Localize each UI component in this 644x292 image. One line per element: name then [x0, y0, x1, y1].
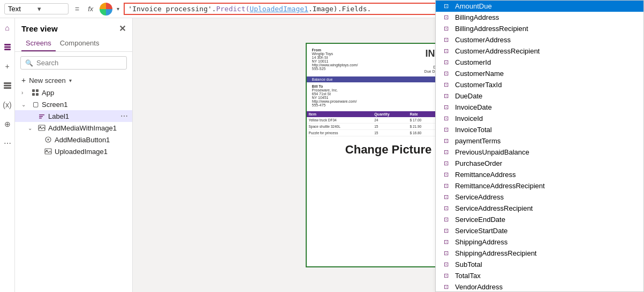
svg-rect-10 — [39, 114, 44, 116]
label1-label: Label1 — [48, 112, 118, 120]
more-icon[interactable]: ⋯ — [2, 138, 13, 149]
svg-rect-2 — [4, 49, 11, 50]
tree-item-label1[interactable]: Label1 ⋯ — [15, 110, 132, 122]
svg-rect-0 — [4, 44, 11, 45]
autocomplete-item-invoicetotal[interactable]: ⊡ InvoiceTotal — [436, 124, 643, 135]
autocomplete-item-shippingaddress[interactable]: ⊡ ShippingAddress — [436, 236, 643, 248]
ac-icon-invoiceid: ⊡ — [441, 115, 451, 122]
ac-label-subtotal: SubTotal — [455, 260, 482, 268]
ac-label-billingaddress: BillingAddress — [455, 18, 499, 21]
row1-rate: $ 17.00 — [408, 117, 437, 124]
uploadedimage-icon — [44, 147, 52, 156]
type-label: Text — [8, 5, 35, 13]
search-box: 🔍 — [20, 56, 127, 70]
home-icon[interactable]: ⌂ — [2, 22, 13, 33]
autocomplete-item-invoicedate[interactable]: ⊡ InvoiceDate — [436, 102, 643, 113]
ac-icon-remittanceaddressrecipient: ⊡ — [441, 182, 451, 189]
ac-icon-servicestartdate: ⊡ — [441, 227, 451, 234]
new-screen-chevron-icon: ▾ — [69, 78, 72, 83]
fx-button[interactable]: fx — [86, 5, 95, 13]
insert-icon[interactable]: + — [2, 61, 13, 72]
row3-rate: $ 16.80 — [408, 130, 437, 136]
ac-icon-vendoraddress: ⊡ — [441, 283, 451, 290]
balance-label: Balance due — [312, 78, 333, 81]
formula-param: UploadedImage1 — [249, 5, 308, 13]
ac-label-invoicedate: InvoiceDate — [455, 103, 492, 111]
tree-item-app[interactable]: › App — [15, 87, 132, 98]
tree-item-addmedia[interactable]: ⌄ AddMediaWithImage1 — [15, 122, 132, 134]
formula-prefix: 'Invoice processing'. — [128, 5, 216, 13]
variable-icon[interactable]: (x) — [2, 99, 13, 110]
tab-components[interactable]: Components — [56, 37, 104, 51]
autocomplete-item-serviceaddress[interactable]: ⊡ ServiceAddress — [436, 191, 643, 203]
autocomplete-item-customertaxid[interactable]: ⊡ CustomerTaxId — [436, 79, 643, 90]
type-selector[interactable]: Text ▾ — [4, 3, 69, 14]
search-input[interactable] — [36, 59, 126, 67]
autocomplete-item-purchaseorder[interactable]: ⊡ PurchaseOrder — [436, 158, 643, 169]
autocomplete-item-customeraddressrecipient[interactable]: ⊡ CustomerAddressRecipient — [436, 45, 643, 57]
ac-icon-remittanceaddress: ⊡ — [441, 171, 451, 178]
addmedia-icon — [37, 124, 46, 132]
ac-icon-shippingaddress: ⊡ — [441, 239, 451, 245]
ac-label-customeraddress: CustomerAddress — [455, 36, 511, 44]
label-icon — [37, 112, 46, 120]
svg-rect-9 — [36, 93, 39, 96]
autocomplete-item-duedate[interactable]: ⊡ DueDate — [436, 90, 643, 102]
search-nav-icon[interactable]: ⊕ — [2, 119, 13, 129]
autocomplete-item-vendoraddress[interactable]: ⊡ VendorAddress — [436, 281, 643, 292]
autocomplete-item-remittanceaddressrecipient[interactable]: ⊡ RemittanceAddressRecipient — [436, 180, 643, 191]
tree-items: › App ⌄ ▢ Screen1 — [15, 87, 132, 292]
ac-icon-serviceenddate: ⊡ — [441, 216, 451, 223]
autocomplete-item-totaltax[interactable]: ⊡ TotalTax — [436, 270, 643, 281]
expand-icon-app: › — [21, 90, 29, 96]
tree-item-uploadedimage[interactable]: UploadedImage1 — [15, 145, 132, 157]
new-screen-button[interactable]: + New screen ▾ — [15, 74, 132, 87]
layers-icon[interactable] — [2, 42, 13, 52]
ac-label-servicestartdate: ServiceStartDate — [455, 227, 507, 235]
autocomplete-item-serviceenddate[interactable]: ⊡ ServiceEndDate — [436, 214, 643, 225]
tree-item-screen1[interactable]: ⌄ ▢ Screen1 — [15, 98, 132, 110]
col-item: Item — [307, 111, 373, 117]
autocomplete-item-customerid[interactable]: ⊡ CustomerId — [436, 57, 643, 68]
tab-screens[interactable]: Screens — [21, 37, 56, 51]
svg-rect-6 — [32, 89, 35, 92]
autocomplete-item-shippingaddressrecipient[interactable]: ⊡ ShippingAddressRecipient — [436, 248, 643, 259]
icon-bar: ⌂ + (x) ⊕ ⋯ — [0, 18, 15, 292]
autocomplete-item-billingaddressrecipient[interactable]: ⊡ BillingAddressRecipient — [436, 23, 643, 34]
svg-rect-12 — [39, 118, 42, 119]
equals-symbol: = — [73, 5, 81, 13]
ac-label-shippingaddressrecipient: ShippingAddressRecipient — [455, 249, 536, 257]
tree-item-addmediabutton[interactable]: AddMediaButton1 — [15, 134, 132, 145]
autocomplete-item-paymentterms[interactable]: ⊡ paymentTerms — [436, 135, 643, 147]
autocomplete-item-customername[interactable]: ⊡ CustomerName — [436, 68, 643, 79]
screen-icon: ▢ — [31, 100, 40, 109]
row2-rate: $ 21.90 — [408, 124, 437, 130]
addmediabutton-label: AddMediaButton1 — [55, 136, 128, 144]
ac-label-invoiceid: InvoiceId — [455, 114, 483, 122]
label1-more-icon[interactable]: ⋯ — [120, 112, 128, 120]
autocomplete-item-billingaddress[interactable]: ⊡ BillingAddress — [436, 18, 643, 23]
ac-label-customername: CustomerName — [455, 70, 504, 78]
power-apps-icon[interactable] — [100, 3, 112, 16]
ac-icon-customeraddress: ⊡ — [441, 36, 451, 43]
ac-icon-billingaddress: ⊡ — [441, 18, 451, 21]
ac-label-customeraddressrecipient: CustomerAddressRecipient — [455, 47, 540, 55]
row1-qty: 24 — [372, 117, 407, 124]
autocomplete-item-subtotal[interactable]: ⊡ SubTotal — [436, 259, 643, 270]
autocomplete-item-remittanceaddress[interactable]: ⊡ RemittanceAddress — [436, 169, 643, 180]
autocomplete-item-serviceaddressrecipient[interactable]: ⊡ ServiceAddressRecipient — [436, 203, 643, 214]
autocomplete-item-invoiceid[interactable]: ⊡ InvoiceId — [436, 113, 643, 124]
ac-label-vendoraddress: VendorAddress — [455, 283, 503, 291]
ac-label-duedate: DueDate — [455, 92, 482, 100]
formula-method: Predict( — [216, 5, 250, 13]
autocomplete-item-customeraddress[interactable]: ⊡ CustomerAddress — [436, 34, 643, 45]
ac-label-remittanceaddress: RemittanceAddress — [455, 171, 516, 179]
tree-panel: Tree view ✕ Screens Components 🔍 + New s… — [15, 18, 133, 292]
tree-close-icon[interactable]: ✕ — [119, 24, 126, 34]
ac-label-remittanceaddressrecipient: RemittanceAddressRecipient — [455, 182, 545, 190]
ac-label-customerid: CustomerId — [455, 58, 491, 66]
data-icon[interactable] — [2, 80, 13, 91]
autocomplete-item-servicestartdate[interactable]: ⊡ ServiceStartDate — [436, 225, 643, 236]
formula-suffix: .Image).Fields. — [308, 5, 371, 13]
autocomplete-item-previousunpaidbalance[interactable]: ⊡ PreviousUnpaidBalance — [436, 147, 643, 158]
